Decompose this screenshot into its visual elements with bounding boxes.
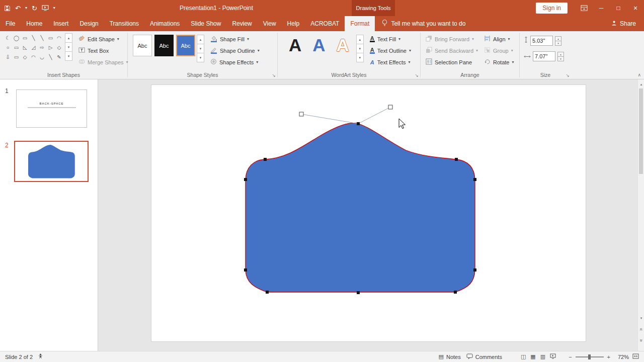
fit-to-window-icon[interactable] [632,353,639,360]
shape-icon[interactable]: ╲ [29,33,38,43]
normal-view-icon[interactable]: ◫ [521,353,526,360]
slide-sorter-view-icon[interactable]: ▦ [530,353,535,360]
shape-icon[interactable]: ⇩ [4,52,12,62]
rotate-button[interactable]: Rotate ▾ [482,56,516,68]
tab-home[interactable]: Home [21,16,48,31]
share-button[interactable]: Share [611,16,636,31]
shape-icon[interactable]: ☾ [4,33,12,43]
zoom-level[interactable]: 72% [614,354,629,360]
gallery-scroll-down-button[interactable]: ▾ [65,42,72,52]
gallery-scroll-up-button[interactable]: ▴ [356,35,364,44]
shape-icon[interactable]: ▷ [46,43,55,52]
shape-style-thumbnail-selected[interactable]: Abc [176,35,195,56]
text-outline-button[interactable]: A Text Outline ▾ [368,45,413,56]
wordart-style-thumbnail[interactable]: A [312,33,325,57]
shape-style-thumbnail[interactable]: Abc [133,35,152,56]
zoom-out-button[interactable]: − [569,354,572,360]
customize-quick-access-icon[interactable]: ▾ [53,6,55,10]
maximize-button[interactable]: □ [610,0,627,16]
notes-button[interactable]: ▤ Notes [439,353,461,360]
close-button[interactable]: × [627,0,644,16]
previous-slide-button[interactable]: « [637,326,644,333]
shape-icon[interactable]: ◇ [55,43,63,52]
scroll-down-icon[interactable]: ▾ [638,314,644,322]
tab-file[interactable]: File [0,16,21,31]
selection-pane-button[interactable]: Selection Pane [424,56,480,68]
shape-width-input[interactable] [533,51,555,61]
shape-icon[interactable]: ╲ [38,33,46,43]
gallery-more-button[interactable]: ▾ [356,53,364,62]
shape-icon[interactable]: ◡ [38,52,46,62]
align-button[interactable]: Align ▾ [482,33,516,45]
undo-icon[interactable]: ↶ [15,5,21,12]
accessibility-icon[interactable] [38,353,43,360]
tab-insert[interactable]: Insert [48,16,74,31]
shape-icon[interactable]: ▭ [46,33,55,43]
dialog-launcher-icon[interactable]: ↘ [272,73,276,78]
reading-view-icon[interactable]: ▥ [540,353,545,360]
tab-help[interactable]: Help [282,16,305,31]
shape-effects-button[interactable]: Shape Effects ▾ [208,56,262,68]
slide-2-thumbnail-selected[interactable] [14,141,89,182]
height-spinner[interactable]: ▴▾ [555,36,561,46]
shape-icon[interactable]: ◠ [55,33,63,43]
shape-icon[interactable]: ◯ [12,33,21,43]
tab-review[interactable]: Review [226,16,257,31]
gallery-more-button[interactable]: ▾ [197,53,204,62]
repeat-icon[interactable]: ↻ [32,5,37,12]
shape-icon[interactable]: ◇ [21,52,29,62]
tab-design[interactable]: Design [74,16,104,31]
tell-me-box[interactable]: Tell me what you want to do [382,16,465,31]
tab-transitions[interactable]: Transitions [104,16,144,31]
shape-fill-button[interactable]: Shape Fill ▾ [208,33,262,45]
shape-icon[interactable]: ▭ [12,52,21,62]
start-slideshow-icon[interactable] [42,5,49,11]
shape-icon[interactable]: ◺ [21,43,29,52]
undo-dropdown-icon[interactable]: ▾ [25,6,27,10]
zoom-slider-thumb[interactable] [588,354,591,359]
sign-in-button[interactable]: Sign in [536,3,568,14]
gallery-more-button[interactable]: ▾ [65,51,72,61]
dialog-launcher-icon[interactable]: ↘ [566,73,570,78]
ribbon-display-options-icon[interactable] [576,0,593,16]
gallery-scroll-down-button[interactable]: ▾ [356,44,364,53]
shape-icon[interactable]: ✎ [55,52,63,62]
wordart-style-thumbnail[interactable]: A [289,33,301,57]
vertical-scrollbar[interactable]: ▴ ▾ « » [637,79,644,351]
shape-icon[interactable]: ⇨ [38,43,46,52]
tab-acrobat[interactable]: ACROBAT [305,16,345,31]
merge-shapes-button[interactable]: Merge Shapes ▾ [76,56,130,68]
gallery-scroll-up-button[interactable]: ▴ [197,35,204,44]
edit-shape-button[interactable]: Edit Shape ▾ [76,33,130,45]
shape-style-thumbnail[interactable]: Abc [154,35,174,56]
shape-icon[interactable]: ○ [4,43,12,52]
tab-view[interactable]: View [258,16,282,31]
group-button[interactable]: Group ▾ [482,45,516,56]
zoom-in-button[interactable]: + [607,354,610,360]
text-fill-button[interactable]: A Text Fill ▾ [368,33,413,45]
bezier-handles[interactable] [299,105,392,116]
width-spinner[interactable]: ▴▾ [557,52,564,61]
shape-outline-button[interactable]: Shape Outline ▾ [208,45,262,56]
freeform-shape[interactable] [246,123,475,292]
zoom-slider[interactable] [576,356,604,357]
shape-icon[interactable]: ◿ [29,43,38,52]
send-backward-button[interactable]: Send Backward ▾ [424,45,480,56]
comments-button[interactable]: Comments [466,353,502,360]
text-effects-button[interactable]: A Text Effects ▾ [368,56,413,68]
shape-icon[interactable]: ▭ [12,43,21,52]
shape-icon[interactable]: ▭ [21,33,29,43]
minimize-button[interactable]: ─ [593,0,610,16]
save-icon[interactable] [4,5,11,12]
shape-icon[interactable]: ◠ [29,52,38,62]
shape-height-input[interactable] [530,36,553,46]
scrollbar-thumb[interactable] [639,88,643,174]
scroll-up-icon[interactable]: ▴ [638,80,644,88]
dialog-launcher-icon[interactable]: ↘ [415,73,419,78]
tab-slide-show[interactable]: Slide Show [185,16,226,31]
slideshow-view-icon[interactable] [550,353,556,360]
gallery-scroll-up-button[interactable]: ▴ [65,33,72,43]
slide-1-thumbnail[interactable]: BACK-SPACE [16,89,87,128]
next-slide-button[interactable]: » [637,337,644,344]
text-box-button[interactable]: Text Box [76,45,130,56]
